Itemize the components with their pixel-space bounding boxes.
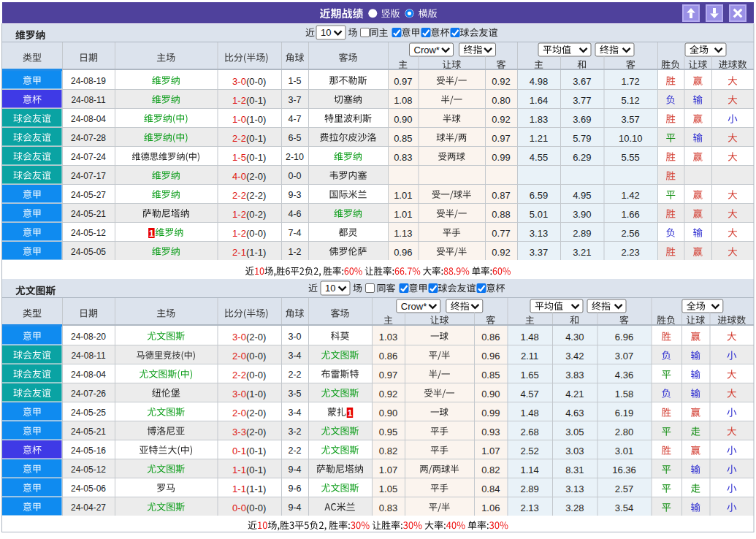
svg-text:3.05: 3.05	[565, 427, 584, 437]
svg-text:0.86: 0.86	[379, 351, 397, 362]
svg-text:1.06: 1.06	[481, 502, 500, 513]
svg-text:4-7: 4-7	[288, 114, 301, 124]
svg-text:0.80: 0.80	[492, 95, 510, 106]
svg-text:4-0: 4-0	[232, 171, 246, 182]
svg-text:1-2: 1-2	[232, 209, 246, 220]
svg-text:0.90: 0.90	[379, 408, 397, 418]
svg-text:3.42: 3.42	[565, 351, 584, 362]
svg-text:0.92: 0.92	[492, 114, 510, 125]
svg-text:(0-0): (0-0)	[246, 370, 266, 381]
svg-text:2-0: 2-0	[232, 351, 246, 362]
svg-text:0.82: 0.82	[481, 465, 500, 475]
svg-text:0.86: 0.86	[481, 332, 500, 343]
svg-text:24-08-04: 24-08-04	[71, 370, 106, 380]
svg-text:1.14: 1.14	[521, 465, 539, 475]
svg-text:1.48: 1.48	[521, 332, 539, 343]
svg-text:9-3: 9-3	[288, 190, 301, 200]
svg-text:2.56: 2.56	[622, 228, 640, 239]
svg-text:24-07-17: 24-07-17	[71, 171, 106, 181]
svg-text:3-0: 3-0	[232, 389, 246, 400]
svg-text:2.13: 2.13	[521, 502, 539, 513]
svg-text:3-2: 3-2	[288, 427, 301, 437]
svg-text:7-4: 7-4	[288, 228, 301, 238]
svg-text:1.08: 1.08	[394, 95, 412, 106]
svg-text:(0-0): (0-0)	[246, 228, 266, 239]
svg-text:2.57: 2.57	[615, 483, 633, 494]
svg-text:0.96: 0.96	[481, 351, 500, 362]
svg-text:24-05-21: 24-05-21	[71, 209, 106, 219]
svg-text:24-07-24: 24-07-24	[71, 152, 106, 162]
svg-text:(2-0): (2-0)	[246, 171, 266, 182]
svg-text:1-2: 1-2	[288, 247, 301, 257]
svg-text:2.80: 2.80	[615, 427, 633, 437]
svg-text:6.96: 6.96	[615, 332, 633, 343]
svg-text:4.30: 4.30	[565, 332, 584, 343]
svg-text:0.87: 0.87	[492, 190, 510, 201]
svg-text:3.28: 3.28	[565, 502, 584, 513]
svg-text:0.95: 0.95	[379, 427, 397, 437]
svg-text:9-4: 9-4	[288, 465, 301, 475]
svg-text:24-05-12: 24-05-12	[71, 228, 106, 238]
svg-text:0.97: 0.97	[492, 133, 510, 144]
svg-text:4.98: 4.98	[530, 76, 548, 87]
svg-text:0-0: 0-0	[288, 171, 301, 181]
svg-text:5.55: 5.55	[622, 152, 640, 163]
svg-text:0.92: 0.92	[379, 389, 397, 400]
svg-text:24-04-27: 24-04-27	[71, 502, 106, 513]
svg-text:3.54: 3.54	[615, 502, 633, 513]
svg-text:1.42: 1.42	[622, 190, 640, 201]
svg-text:6-5: 6-5	[288, 133, 301, 143]
svg-text:1.07: 1.07	[481, 446, 500, 456]
svg-text:3.57: 3.57	[622, 114, 640, 125]
svg-text:3-7: 3-7	[288, 95, 301, 105]
svg-text:1.13: 1.13	[394, 228, 412, 239]
svg-text:2.11: 2.11	[521, 351, 538, 362]
svg-text:3.03: 3.03	[565, 446, 584, 456]
svg-text:(2-0): (2-0)	[246, 408, 266, 418]
svg-text:3.13: 3.13	[565, 483, 584, 494]
svg-text:0-1: 0-1	[232, 446, 246, 456]
svg-text:3-4: 3-4	[288, 408, 301, 418]
svg-text:3-0: 3-0	[288, 332, 301, 342]
svg-text:1.05: 1.05	[379, 483, 397, 494]
svg-text:0.90: 0.90	[394, 114, 412, 125]
svg-text:1: 1	[348, 408, 353, 418]
svg-text:0.97: 0.97	[379, 370, 397, 381]
svg-text:4.63: 4.63	[565, 408, 584, 418]
svg-text:24-07-26: 24-07-26	[71, 389, 106, 399]
svg-text:16.36: 16.36	[612, 465, 636, 475]
svg-text:24-07-28: 24-07-28	[71, 133, 106, 143]
svg-text:1.58: 1.58	[615, 389, 633, 400]
svg-text:0.88: 0.88	[492, 209, 510, 220]
svg-text:24-08-11: 24-08-11	[71, 351, 105, 361]
svg-text:24-05-27: 24-05-27	[71, 190, 106, 200]
svg-text:Crow*: Crow*	[401, 301, 427, 312]
svg-text:2-0: 2-0	[232, 408, 246, 418]
svg-text:(0-1): (0-1)	[246, 133, 266, 144]
svg-text:0.92: 0.92	[492, 247, 510, 258]
svg-text:6.29: 6.29	[573, 152, 591, 163]
svg-text:0.83: 0.83	[379, 502, 397, 513]
svg-text:0.82: 0.82	[379, 446, 397, 456]
svg-text:1-1: 1-1	[232, 465, 246, 475]
svg-text:1.03: 1.03	[379, 332, 397, 343]
svg-text:24-05-12: 24-05-12	[71, 465, 106, 475]
svg-text:(1-1): (1-1)	[246, 247, 266, 258]
svg-text:0.99: 0.99	[481, 408, 500, 418]
svg-text:3.07: 3.07	[615, 351, 633, 362]
svg-text:1: 1	[149, 229, 154, 239]
svg-text:0.83: 0.83	[394, 152, 412, 163]
svg-text:5.01: 5.01	[530, 209, 548, 220]
svg-text:2.68: 2.68	[521, 427, 539, 437]
svg-text:1.01: 1.01	[394, 190, 412, 201]
svg-text:24-08-20: 24-08-20	[71, 332, 106, 342]
svg-text:3-4: 3-4	[288, 351, 301, 361]
svg-text:2-2: 2-2	[288, 370, 301, 380]
svg-text:3-0: 3-0	[232, 332, 246, 343]
svg-text:3.67: 3.67	[573, 76, 591, 87]
svg-text:(0-0): (0-0)	[246, 76, 266, 87]
svg-text:(2-0): (2-0)	[246, 427, 266, 437]
svg-text:0.85: 0.85	[394, 133, 412, 144]
svg-text:10.10: 10.10	[619, 133, 643, 144]
svg-text:(0-1): (0-1)	[246, 446, 266, 456]
